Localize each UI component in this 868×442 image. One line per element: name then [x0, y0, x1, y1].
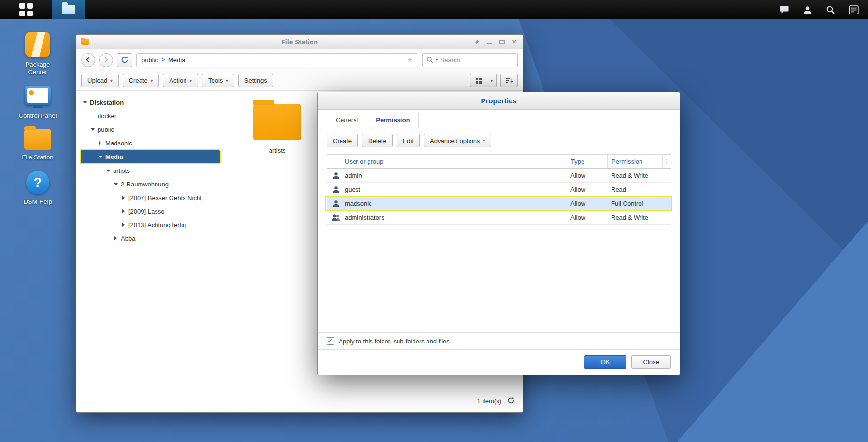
- tab-permission[interactable]: Permission: [367, 113, 419, 128]
- row-permission: Full Control: [607, 200, 662, 207]
- search-input[interactable]: [441, 57, 513, 64]
- row-permission: Read & Write: [607, 214, 662, 221]
- tree-item-public[interactable]: public: [76, 123, 226, 136]
- tree-item-2009-lasso[interactable]: [2009] Lasso: [76, 204, 226, 218]
- apply-checkbox-row[interactable]: ✓ Apply to this folder, sub-folders and …: [318, 332, 680, 350]
- taskbar-file-station-button[interactable]: [52, 0, 85, 19]
- column-options-icon[interactable]: ⋮: [662, 155, 671, 168]
- tree-item-media[interactable]: Media: [81, 150, 220, 163]
- tree-item-abba[interactable]: Abba: [76, 231, 226, 245]
- main-menu-button[interactable]: [0, 0, 52, 19]
- tree-item-2007-besser-gehts-nicht[interactable]: [2007] Besser Gehts Nicht: [76, 191, 226, 204]
- view-mode-button[interactable]: [470, 74, 487, 87]
- chevron-right-icon[interactable]: [113, 236, 118, 241]
- upload-button[interactable]: Upload ▾: [81, 74, 119, 87]
- advanced-options-button[interactable]: Advanced options ▾: [424, 134, 491, 147]
- forward-button[interactable]: [99, 53, 113, 67]
- chevron-down-icon[interactable]: [98, 154, 103, 159]
- dialog-titlebar[interactable]: Properties: [318, 92, 680, 110]
- tab-general[interactable]: General: [327, 113, 367, 128]
- folder-tile-label: artists: [269, 147, 286, 154]
- star-icon[interactable]: ★: [407, 56, 413, 64]
- dialog-tabs: General Permission: [318, 110, 680, 128]
- chevron-down-icon[interactable]: [90, 127, 95, 132]
- chevron-right-icon[interactable]: [121, 209, 126, 214]
- desktop-icon-package-center[interactable]: Package Center: [14, 32, 62, 76]
- caret-down-icon: ▾: [226, 78, 228, 83]
- tree-item-2013-achtung-fertig[interactable]: [2013] Achtung fertig: [76, 218, 226, 231]
- search-options-caret-icon[interactable]: ▾: [436, 57, 438, 62]
- tree-label: docker: [98, 113, 116, 120]
- refresh-icon[interactable]: [507, 397, 515, 406]
- caret-down-icon: ▾: [483, 138, 485, 143]
- action-button[interactable]: Action ▾: [163, 74, 198, 87]
- window-titlebar[interactable]: File Station ×: [76, 35, 523, 49]
- chevron-right-icon[interactable]: [98, 141, 103, 146]
- permission-row-admin[interactable]: admin Allow Read & Write: [327, 169, 671, 183]
- refresh-button[interactable]: [117, 53, 132, 67]
- control-panel-icon: [25, 86, 51, 108]
- user-menu-button[interactable]: [796, 0, 819, 19]
- maximize-icon[interactable]: [498, 39, 505, 45]
- widgets-button[interactable]: [842, 0, 865, 19]
- desktop-icon-label: Control Panel: [19, 112, 57, 120]
- chevron-down-icon[interactable]: [105, 168, 111, 173]
- permission-row-madsonic[interactable]: madsonic Allow Full Control: [327, 197, 671, 211]
- permission-row-administrators[interactable]: administrators Allow Read & Write: [327, 211, 671, 225]
- view-mode-caret-button[interactable]: ▾: [487, 74, 497, 87]
- group-icon: [327, 214, 345, 222]
- dialog-title: Properties: [481, 97, 516, 105]
- back-button[interactable]: [81, 53, 95, 67]
- tools-button[interactable]: Tools ▾: [202, 74, 234, 87]
- caret-down-icon: ▾: [189, 78, 192, 83]
- delete-permission-button[interactable]: Delete: [362, 134, 393, 147]
- chevron-right-icon[interactable]: [121, 222, 126, 228]
- pin-icon[interactable]: [473, 39, 480, 45]
- row-type: Allow: [567, 172, 607, 179]
- create-button[interactable]: Create ▾: [123, 74, 159, 87]
- desktop-icon-label: Package Center: [15, 61, 60, 76]
- apply-checkbox-label: Apply to this folder, sub-folders and fi…: [339, 338, 450, 345]
- search-box[interactable]: ▾: [422, 53, 518, 67]
- breadcrumb[interactable]: public > Media ★: [136, 53, 418, 67]
- search-button[interactable]: [819, 0, 842, 19]
- item-count: 1 item(s): [477, 398, 501, 405]
- checkbox-checked-icon[interactable]: ✓: [327, 337, 334, 345]
- user-icon: [327, 185, 345, 194]
- tree-item-artists[interactable]: artists: [76, 164, 226, 177]
- chevron-right-icon: [102, 57, 108, 62]
- folder-tile-artists[interactable]: artists: [250, 99, 304, 154]
- row-permission: Read: [607, 186, 662, 193]
- permission-row-guest[interactable]: guest Allow Read: [327, 183, 671, 197]
- breadcrumb-item-media[interactable]: Media: [168, 57, 185, 64]
- column-permission[interactable]: Permission: [607, 155, 662, 168]
- row-user-name: admin: [345, 172, 567, 179]
- column-user-or-group[interactable]: User or group: [345, 155, 567, 168]
- tree-item-docker[interactable]: docker: [76, 109, 226, 123]
- minimize-icon[interactable]: [486, 39, 493, 45]
- breadcrumb-item-public[interactable]: public: [142, 57, 158, 64]
- close-icon[interactable]: ×: [511, 39, 518, 45]
- search-icon: [427, 57, 433, 63]
- close-button[interactable]: Close: [631, 355, 671, 369]
- table-header: User or group Type Permission ⋮: [327, 154, 671, 169]
- chevron-right-icon[interactable]: [121, 195, 126, 200]
- sort-button[interactable]: [500, 74, 518, 87]
- column-type[interactable]: Type: [567, 155, 607, 168]
- desktop-icon-control-panel[interactable]: Control Panel: [14, 86, 62, 120]
- tree-item-diskstation[interactable]: Diskstation: [76, 96, 226, 109]
- tree-item-madsonic[interactable]: Madsonic: [76, 136, 226, 150]
- edit-permission-button[interactable]: Edit: [397, 134, 420, 147]
- chevron-down-icon[interactable]: [113, 182, 118, 187]
- notifications-button[interactable]: [772, 0, 796, 19]
- desktop-icon-dsm-help[interactable]: ? DSM Help: [14, 171, 62, 206]
- window-title: File Station: [76, 38, 523, 46]
- tree-label: [2013] Achtung fertig: [128, 221, 186, 228]
- tree-item-2-raumwohnung[interactable]: 2-Raumwohnung: [76, 177, 226, 191]
- create-permission-button[interactable]: Create: [327, 134, 358, 147]
- desktop-icon-file-station[interactable]: File Station: [14, 129, 62, 161]
- chevron-right-icon: >: [161, 57, 165, 63]
- settings-button[interactable]: Settings: [238, 74, 273, 87]
- chevron-down-icon[interactable]: [82, 100, 87, 105]
- ok-button[interactable]: OK: [584, 355, 626, 369]
